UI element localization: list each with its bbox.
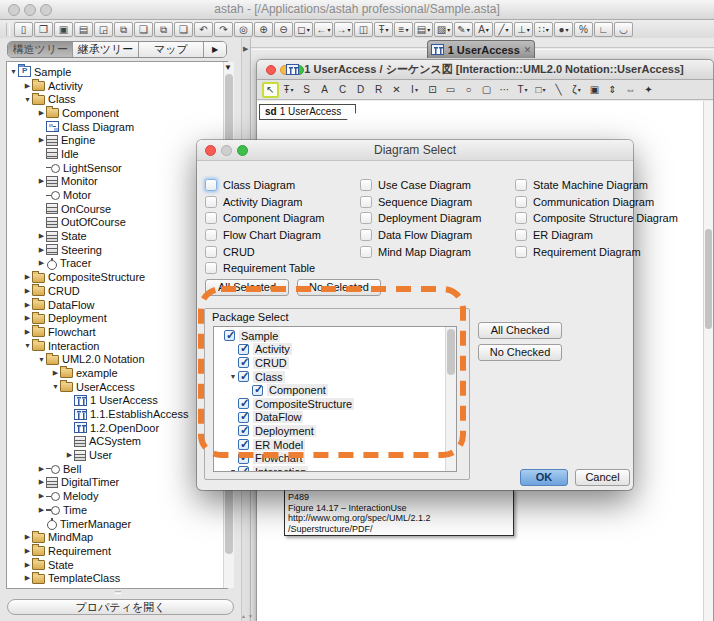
tree-closed-arrow-icon[interactable]: ▶	[23, 574, 32, 582]
tree-item-crud[interactable]: ▶CRUD	[7, 284, 227, 298]
package-checkbox-interaction[interactable]	[238, 466, 249, 472]
package-scrollbar-thumb[interactable]	[447, 329, 455, 375]
tree-closed-arrow-icon[interactable]: ▶	[23, 328, 32, 336]
splitter-collapse-icon[interactable]: ▶	[243, 45, 248, 53]
tree-closed-arrow-icon[interactable]: ▶	[23, 314, 32, 322]
tree-item-digitaltimer[interactable]: ▶DigitalTimer	[7, 476, 227, 490]
tab-[interactable]: 構造ツリー	[8, 42, 73, 57]
tree-closed-arrow-icon[interactable]: ▶	[23, 287, 32, 295]
tree-open-arrow-icon[interactable]: ▼	[51, 383, 60, 390]
tree-item-tracer[interactable]: ▶Tracer	[7, 257, 227, 271]
tree-closed-arrow-icon[interactable]: ▶	[37, 506, 46, 514]
package-checkbox-component[interactable]	[252, 385, 263, 396]
forward-button[interactable]: →▾	[334, 22, 353, 37]
tree-item-state[interactable]: ▶State	[7, 558, 227, 572]
tree-item-sample[interactable]: ▼Sample	[7, 65, 227, 79]
window-zoom-button[interactable]	[40, 4, 52, 16]
tree-item-motor[interactable]: Motor	[7, 188, 227, 202]
checkbox-mind-map-diagram[interactable]	[360, 246, 372, 258]
checkbox-er-diagram[interactable]	[515, 229, 527, 241]
package-checkbox-deployment[interactable]	[238, 425, 249, 436]
tree-item-timermanager[interactable]: TimerManager	[7, 517, 227, 531]
dropdown-caret-icon[interactable]: ▾	[566, 26, 569, 33]
tree-closed-arrow-icon[interactable]: ▶	[23, 547, 32, 555]
dropdown-caret-icon[interactable]: ▾	[447, 26, 450, 33]
horizontal-distribute-button[interactable]: ⇔	[622, 82, 639, 98]
v-scrollbar-thumb[interactable]	[705, 229, 712, 329]
tree-item-requirement[interactable]: ▶Requirement	[7, 544, 227, 558]
package-item-deployment[interactable]: Deployment	[214, 424, 456, 438]
tree-item-monitor[interactable]: ▶Monitor	[7, 175, 227, 189]
pane-collapse-icon[interactable]: ▼	[224, 63, 232, 72]
window-close-button[interactable]	[8, 4, 20, 16]
package-item-sample[interactable]: Sample	[214, 329, 456, 343]
tree-open-arrow-icon[interactable]: ▼	[23, 96, 32, 103]
checkbox-requirement-table[interactable]	[205, 262, 217, 274]
dropdown-caret-icon[interactable]: ▾	[327, 26, 330, 33]
undo-button[interactable]: ↶	[194, 22, 213, 37]
tree-closed-arrow-icon[interactable]: ▶	[37, 177, 46, 185]
checkbox-crud[interactable]	[205, 246, 217, 258]
tree-item-uml2-0-notation[interactable]: ▼UML2.0 Notation	[7, 352, 227, 366]
continuation-button[interactable]: ▢	[478, 82, 495, 98]
tree-closed-arrow-icon[interactable]: ▶	[23, 273, 32, 281]
dialog-close-button[interactable]	[205, 145, 216, 156]
checkbox-composite-structure-diagram[interactable]	[515, 212, 527, 224]
tree-item-oncourse[interactable]: OnCourse	[7, 202, 227, 216]
tree-item-deployment[interactable]: ▶Deployment	[7, 311, 227, 325]
tree-closed-arrow-icon[interactable]: ▶	[37, 246, 46, 254]
tree-closed-arrow-icon[interactable]: ▶	[37, 465, 46, 473]
package-item-er-model[interactable]: ER Model	[214, 438, 456, 452]
toolbar-drag-handle[interactable]	[6, 23, 10, 36]
tree-closed-arrow-icon[interactable]: ▶	[37, 136, 46, 144]
fill-color-button[interactable]: ▨▾	[434, 22, 453, 37]
dialog-zoom-button[interactable]	[237, 145, 248, 156]
dropdown-caret-icon[interactable]: ▾	[506, 26, 509, 33]
all-checked-button[interactable]: All Checked	[478, 322, 562, 339]
checkbox-sequence-diagram[interactable]	[360, 196, 372, 208]
font-color-button[interactable]: A▾	[474, 22, 493, 37]
dropdown-caret-icon[interactable]: ▾	[307, 26, 310, 33]
package-checkbox-crud[interactable]	[238, 357, 249, 368]
tab-[interactable]: マップ	[139, 42, 204, 57]
package-checkbox-compositestructure[interactable]	[238, 398, 249, 409]
checkbox-communication-diagram[interactable]	[515, 196, 527, 208]
zoom-tool-button[interactable]: ◎	[234, 22, 253, 37]
open-properties-button[interactable]: プロパティを開く	[7, 599, 234, 615]
no-selected-button[interactable]: No Selected	[297, 279, 381, 296]
line-corner-button[interactable]: ∟	[594, 22, 613, 37]
tree-item-activity[interactable]: ▶Activity	[7, 79, 227, 93]
zoom-in-button[interactable]: ⊕	[254, 22, 273, 37]
tree-closed-arrow-icon[interactable]: ▶	[23, 301, 32, 309]
tree-item-steering[interactable]: ▶Steering	[7, 243, 227, 257]
print-preview-button[interactable]: ◲	[94, 22, 113, 37]
zoom-fit-button[interactable]: ◻▾	[294, 22, 313, 37]
redo-button[interactable]: ↷	[214, 22, 233, 37]
package-checkbox-class[interactable]	[238, 371, 249, 382]
package-item-component[interactable]: Component	[214, 383, 456, 397]
frame-button[interactable]: ⊡	[424, 82, 441, 98]
package-item-activity[interactable]: Activity	[214, 343, 456, 357]
text-direction-button[interactable]: Ŧ▾	[374, 22, 393, 37]
tree-item-class[interactable]: ▼Class	[7, 92, 227, 106]
tree-item-outofcourse[interactable]: OutOfCourse	[7, 216, 227, 230]
dropdown-caret-icon[interactable]: ▾	[525, 86, 528, 93]
tree-item-compositestructure[interactable]: ▶CompositeStructure	[7, 270, 227, 284]
package-item-compositestructure[interactable]: CompositeStructure	[214, 397, 456, 411]
auto-layout-button[interactable]: ∷▾	[534, 22, 553, 37]
ok-button[interactable]: OK	[520, 469, 568, 486]
window-minimize-button[interactable]	[24, 4, 36, 16]
checkbox-state-machine-diagram[interactable]	[515, 179, 527, 191]
tree-closed-arrow-icon[interactable]: ▶	[37, 492, 46, 500]
tree-item-example[interactable]: ▶example	[7, 366, 227, 380]
package-checkbox-dataflow[interactable]	[238, 412, 249, 423]
align-button[interactable]: ≡▾	[394, 22, 413, 37]
tree-item-interaction[interactable]: ▼Interaction	[7, 339, 227, 353]
tree-item-user[interactable]: ▶User	[7, 448, 227, 462]
tab-[interactable]: 継承ツリー	[73, 42, 138, 57]
tree-item-templateclass[interactable]: ▶TemplateClass	[7, 571, 227, 585]
tree-open-arrow-icon[interactable]: ▼	[228, 468, 238, 472]
cancel-button[interactable]: Cancel	[575, 469, 630, 486]
diagram-close-button[interactable]	[266, 65, 276, 75]
tree-closed-arrow-icon[interactable]: ▶	[23, 82, 32, 90]
